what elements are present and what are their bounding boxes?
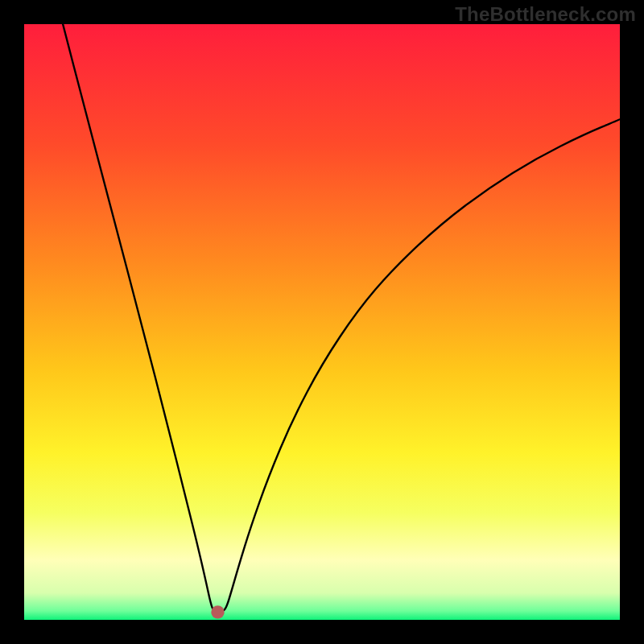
watermark-text: TheBottleneck.com xyxy=(455,3,636,26)
chart-frame: TheBottleneck.com xyxy=(0,0,644,644)
optimum-marker xyxy=(211,605,224,618)
gradient-background xyxy=(24,24,620,620)
plot-area xyxy=(24,24,620,620)
chart-svg xyxy=(24,24,620,620)
